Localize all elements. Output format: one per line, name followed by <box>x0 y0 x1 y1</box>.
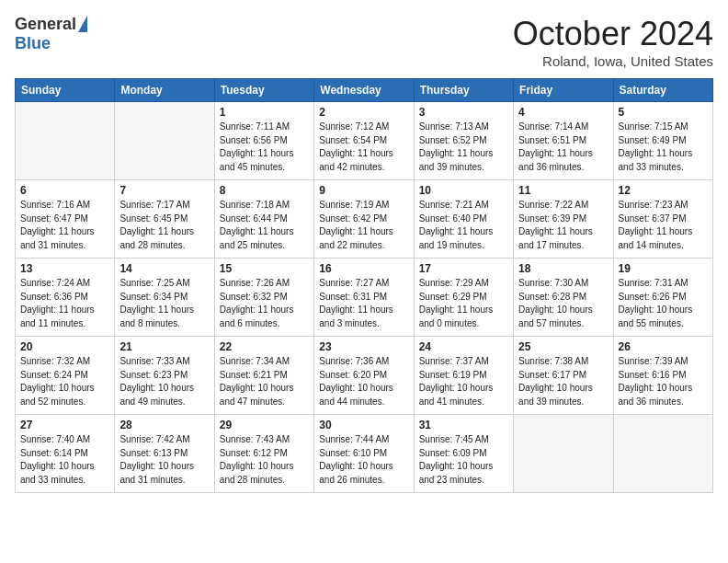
col-header-thursday: Thursday <box>414 79 513 102</box>
day-number: 12 <box>619 184 708 197</box>
day-cell-4: 4Sunrise: 7:14 AM Sunset: 6:51 PM Daylig… <box>514 102 613 180</box>
day-number: 20 <box>20 340 109 353</box>
day-cell-17: 17Sunrise: 7:29 AM Sunset: 6:29 PM Dayli… <box>414 259 513 337</box>
day-number: 15 <box>220 262 309 275</box>
day-info: Sunrise: 7:26 AM Sunset: 6:32 PM Dayligh… <box>220 277 309 330</box>
col-header-monday: Monday <box>115 79 214 102</box>
day-number: 14 <box>119 262 209 275</box>
day-info: Sunrise: 7:36 AM Sunset: 6:20 PM Dayligh… <box>319 355 408 408</box>
col-header-wednesday: Wednesday <box>314 79 414 102</box>
day-cell-15: 15Sunrise: 7:26 AM Sunset: 6:32 PM Dayli… <box>214 259 313 337</box>
week-row-0: 1Sunrise: 7:11 AM Sunset: 6:56 PM Daylig… <box>16 102 713 180</box>
day-number: 28 <box>119 419 209 431</box>
logo-general-text: General <box>15 15 76 34</box>
day-cell-27: 27Sunrise: 7:40 AM Sunset: 6:14 PM Dayli… <box>16 415 115 493</box>
calendar-table: SundayMondayTuesdayWednesdayThursdayFrid… <box>15 78 713 493</box>
month-title: October 2024 <box>513 15 713 53</box>
week-row-4: 27Sunrise: 7:40 AM Sunset: 6:14 PM Dayli… <box>16 415 713 493</box>
day-number: 26 <box>619 340 708 353</box>
day-info: Sunrise: 7:43 AM Sunset: 6:12 PM Dayligh… <box>220 433 309 487</box>
day-info: Sunrise: 7:27 AM Sunset: 6:31 PM Dayligh… <box>319 277 408 330</box>
col-header-sunday: Sunday <box>16 79 115 102</box>
header-right: October 2024 Roland, Iowa, United States <box>513 15 713 69</box>
day-info: Sunrise: 7:31 AM Sunset: 6:26 PM Dayligh… <box>619 277 708 330</box>
day-number: 7 <box>119 184 209 197</box>
day-cell-11: 11Sunrise: 7:22 AM Sunset: 6:39 PM Dayli… <box>514 180 613 259</box>
location: Roland, Iowa, United States <box>513 53 713 69</box>
day-number: 29 <box>220 419 309 431</box>
day-info: Sunrise: 7:18 AM Sunset: 6:44 PM Dayligh… <box>220 199 309 252</box>
day-info: Sunrise: 7:24 AM Sunset: 6:36 PM Dayligh… <box>20 277 109 330</box>
logo-triangle-icon <box>78 16 87 32</box>
day-info: Sunrise: 7:29 AM Sunset: 6:29 PM Dayligh… <box>419 277 508 330</box>
empty-cell <box>514 415 613 493</box>
day-number: 23 <box>319 340 408 353</box>
day-number: 27 <box>20 419 109 431</box>
day-cell-23: 23Sunrise: 7:36 AM Sunset: 6:20 PM Dayli… <box>314 337 414 415</box>
day-number: 31 <box>419 419 508 431</box>
day-info: Sunrise: 7:33 AM Sunset: 6:23 PM Dayligh… <box>119 355 209 408</box>
day-info: Sunrise: 7:16 AM Sunset: 6:47 PM Dayligh… <box>20 199 109 252</box>
day-cell-18: 18Sunrise: 7:30 AM Sunset: 6:28 PM Dayli… <box>514 259 613 337</box>
day-info: Sunrise: 7:39 AM Sunset: 6:16 PM Dayligh… <box>619 355 708 408</box>
day-cell-2: 2Sunrise: 7:12 AM Sunset: 6:54 PM Daylig… <box>314 102 414 180</box>
day-number: 6 <box>20 184 109 197</box>
day-number: 22 <box>220 340 309 353</box>
calendar-page: General Blue October 2024 Roland, Iowa, … <box>0 0 728 563</box>
day-info: Sunrise: 7:12 AM Sunset: 6:54 PM Dayligh… <box>319 121 408 174</box>
day-info: Sunrise: 7:11 AM Sunset: 6:56 PM Dayligh… <box>220 121 309 174</box>
day-cell-16: 16Sunrise: 7:27 AM Sunset: 6:31 PM Dayli… <box>314 259 414 337</box>
day-number: 13 <box>20 262 109 275</box>
day-info: Sunrise: 7:23 AM Sunset: 6:37 PM Dayligh… <box>619 199 708 252</box>
day-cell-26: 26Sunrise: 7:39 AM Sunset: 6:16 PM Dayli… <box>613 337 712 415</box>
day-info: Sunrise: 7:44 AM Sunset: 6:10 PM Dayligh… <box>319 433 408 487</box>
day-cell-6: 6Sunrise: 7:16 AM Sunset: 6:47 PM Daylig… <box>16 180 115 259</box>
day-cell-19: 19Sunrise: 7:31 AM Sunset: 6:26 PM Dayli… <box>613 259 712 337</box>
col-header-tuesday: Tuesday <box>214 79 313 102</box>
day-cell-8: 8Sunrise: 7:18 AM Sunset: 6:44 PM Daylig… <box>214 180 313 259</box>
day-cell-30: 30Sunrise: 7:44 AM Sunset: 6:10 PM Dayli… <box>314 415 414 493</box>
logo: General Blue <box>15 15 87 53</box>
day-number: 5 <box>619 106 708 119</box>
day-info: Sunrise: 7:14 AM Sunset: 6:51 PM Dayligh… <box>518 121 608 174</box>
day-number: 19 <box>619 262 708 275</box>
day-info: Sunrise: 7:42 AM Sunset: 6:13 PM Dayligh… <box>119 433 209 487</box>
day-info: Sunrise: 7:45 AM Sunset: 6:09 PM Dayligh… <box>419 433 508 487</box>
day-number: 1 <box>220 106 309 119</box>
empty-cell <box>613 415 712 493</box>
col-header-friday: Friday <box>514 79 613 102</box>
day-cell-12: 12Sunrise: 7:23 AM Sunset: 6:37 PM Dayli… <box>613 180 712 259</box>
day-number: 11 <box>518 184 608 197</box>
day-cell-22: 22Sunrise: 7:34 AM Sunset: 6:21 PM Dayli… <box>214 337 313 415</box>
day-cell-5: 5Sunrise: 7:15 AM Sunset: 6:49 PM Daylig… <box>613 102 712 180</box>
day-info: Sunrise: 7:13 AM Sunset: 6:52 PM Dayligh… <box>419 121 508 174</box>
day-info: Sunrise: 7:25 AM Sunset: 6:34 PM Dayligh… <box>119 277 209 330</box>
day-info: Sunrise: 7:38 AM Sunset: 6:17 PM Dayligh… <box>518 355 608 408</box>
empty-cell <box>115 102 214 180</box>
week-row-1: 6Sunrise: 7:16 AM Sunset: 6:47 PM Daylig… <box>16 180 713 259</box>
day-info: Sunrise: 7:37 AM Sunset: 6:19 PM Dayligh… <box>419 355 508 408</box>
day-info: Sunrise: 7:40 AM Sunset: 6:14 PM Dayligh… <box>20 433 109 487</box>
day-number: 4 <box>518 106 608 119</box>
logo-blue-text: Blue <box>15 34 51 53</box>
day-number: 30 <box>319 419 408 431</box>
day-cell-29: 29Sunrise: 7:43 AM Sunset: 6:12 PM Dayli… <box>214 415 313 493</box>
day-info: Sunrise: 7:32 AM Sunset: 6:24 PM Dayligh… <box>20 355 109 408</box>
day-cell-13: 13Sunrise: 7:24 AM Sunset: 6:36 PM Dayli… <box>16 259 115 337</box>
day-info: Sunrise: 7:22 AM Sunset: 6:39 PM Dayligh… <box>518 199 608 252</box>
day-cell-14: 14Sunrise: 7:25 AM Sunset: 6:34 PM Dayli… <box>115 259 214 337</box>
day-cell-7: 7Sunrise: 7:17 AM Sunset: 6:45 PM Daylig… <box>115 180 214 259</box>
day-info: Sunrise: 7:15 AM Sunset: 6:49 PM Dayligh… <box>619 121 708 174</box>
day-info: Sunrise: 7:21 AM Sunset: 6:40 PM Dayligh… <box>419 199 508 252</box>
day-number: 9 <box>319 184 408 197</box>
day-cell-20: 20Sunrise: 7:32 AM Sunset: 6:24 PM Dayli… <box>16 337 115 415</box>
day-number: 18 <box>518 262 608 275</box>
empty-cell <box>16 102 115 180</box>
day-number: 17 <box>419 262 508 275</box>
day-cell-21: 21Sunrise: 7:33 AM Sunset: 6:23 PM Dayli… <box>115 337 214 415</box>
day-cell-28: 28Sunrise: 7:42 AM Sunset: 6:13 PM Dayli… <box>115 415 214 493</box>
day-cell-9: 9Sunrise: 7:19 AM Sunset: 6:42 PM Daylig… <box>314 180 414 259</box>
day-number: 2 <box>319 106 408 119</box>
day-number: 8 <box>220 184 309 197</box>
day-cell-25: 25Sunrise: 7:38 AM Sunset: 6:17 PM Dayli… <box>514 337 613 415</box>
